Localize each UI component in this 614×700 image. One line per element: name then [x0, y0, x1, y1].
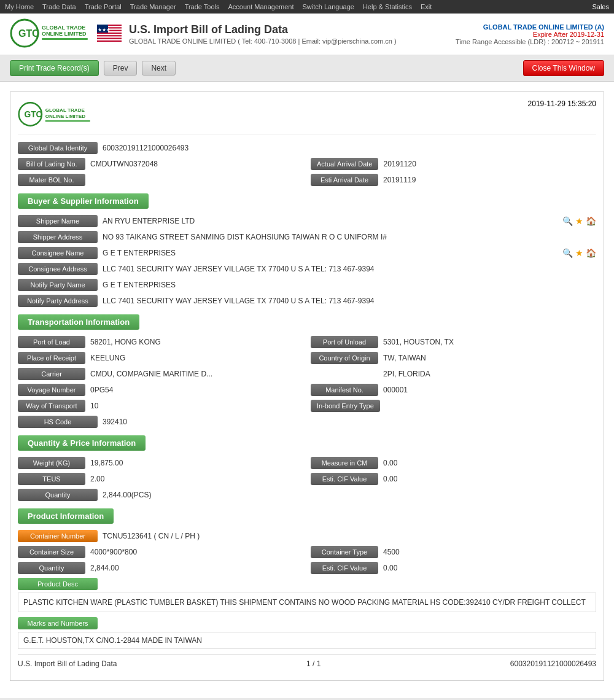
container-qty-label: Quantity — [18, 562, 85, 574]
container-qty-field: Quantity 2,844.00 — [18, 562, 303, 574]
actual-arrival-label: Actual Arrival Date — [311, 158, 378, 170]
teus-value: 2.00 — [90, 473, 303, 484]
nav-help-statistics[interactable]: Help & Statistics — [363, 3, 412, 10]
svg-rect-5 — [42, 38, 88, 40]
container-qty-cif-row: Quantity 2,844.00 Esti. CIF Value 0.00 — [18, 562, 596, 574]
actual-arrival-value: 20191120 — [383, 158, 596, 169]
voyage-value: 0PG54 — [90, 384, 303, 395]
master-bol-label: Mater BOL No. — [18, 174, 85, 186]
close-button-top[interactable]: Close This Window — [523, 60, 604, 76]
container-cif-label: Esti. CIF Value — [311, 562, 378, 574]
voyage-field: Voyage Number 0PG54 — [18, 384, 303, 396]
manifest-label: Manifest No. — [311, 384, 378, 396]
sales-label: Sales — [592, 3, 609, 10]
notify-party-address-row: Notify Party Address LLC 7401 SECURITY W… — [18, 295, 596, 307]
bol-arrival-row: Bill of Lading No. CMDUTWN0372048 Actual… — [18, 158, 596, 170]
transportation-title: Transportation Information — [18, 314, 139, 330]
shipper-name-value: AN RYU ENTERPRISE LTD — [103, 216, 558, 227]
container-cif-value: 0.00 — [383, 562, 596, 574]
next-button-top[interactable]: Next — [142, 61, 176, 76]
way-transport-value: 10 — [90, 400, 303, 411]
container-type-value: 4500 — [383, 546, 596, 558]
svg-text:GTO: GTO — [25, 109, 43, 119]
nav-my-home[interactable]: My Home — [5, 3, 34, 10]
record-date: 2019-11-29 15:35:20 — [528, 99, 596, 108]
svg-text:GLOBAL TRADE: GLOBAL TRADE — [45, 107, 85, 113]
prev-button-top[interactable]: Prev — [104, 61, 138, 76]
nav-trade-data[interactable]: Trade Data — [42, 3, 76, 10]
country-origin-field: Country of Origin TW, TAIWAN — [311, 352, 596, 364]
receipt-origin-row: Place of Receipt KEELUNG Country of Orig… — [18, 352, 596, 364]
shipper-address-label: Shipper Address — [18, 231, 98, 243]
record-footer-text: U.S. Import Bill of Lading Data — [18, 659, 117, 668]
port-unload-field: Port of Unload 5301, HOUSTON, TX — [311, 336, 596, 348]
nav-exit[interactable]: Exit — [421, 3, 432, 10]
weight-measure-row: Weight (KG) 19,875.00 Measure in CM 0.00 — [18, 457, 596, 469]
main-content: GTO GLOBAL TRADE ONLINE LIMITED 2019-11-… — [0, 82, 614, 698]
consignee-star-icon[interactable]: ★ — [575, 248, 583, 258]
svg-rect-19 — [45, 120, 90, 122]
nav-trade-tools[interactable]: Trade Tools — [185, 3, 220, 10]
consignee-name-row: Consignee Name G E T ENTERPRISES 🔍 ★ 🏠 — [18, 247, 596, 259]
transportation-section-header: Transportation Information — [18, 314, 596, 330]
svg-text:GLOBAL TRADE: GLOBAL TRADE — [42, 25, 85, 31]
nav-switch-language[interactable]: Switch Language — [303, 3, 354, 10]
nav-trade-manager[interactable]: Trade Manager — [130, 3, 176, 10]
notify-party-address-value: LLC 7401 SECURITY WAY JERSEY VILLAGE TX … — [103, 295, 596, 306]
consignee-search-icon[interactable]: 🔍 — [562, 248, 573, 258]
buyer-supplier-section-header: Buyer & Supplier Information — [18, 193, 596, 209]
container-qty-value: 2,844.00 — [90, 562, 303, 574]
place-receipt-label: Place of Receipt — [18, 352, 85, 364]
inbond-label: In-bond Entry Type — [311, 400, 380, 412]
global-data-identity-row: Global Data Identity 6003201911210000264… — [18, 142, 596, 154]
quantity-value: 2,844.00(PCS) — [103, 489, 596, 500]
master-bol-value — [90, 179, 303, 181]
nav-trade-portal[interactable]: Trade Portal — [85, 3, 122, 10]
quantity-row: Quantity 2,844.00(PCS) — [18, 489, 596, 501]
hs-code-row: HS Code 392410 — [18, 416, 596, 428]
product-desc-value: PLASTIC KITCHEN WARE (PLASTIC TUMBLER BA… — [18, 593, 596, 612]
quantity-label: Quantity — [18, 489, 98, 501]
nav-account-management[interactable]: Account Management — [228, 3, 294, 10]
actual-arrival-field: Actual Arrival Date 20191120 — [311, 158, 596, 170]
consignee-name-label: Consignee Name — [18, 247, 98, 259]
notify-party-name-row: Notify Party Name G E T ENTERPRISES — [18, 279, 596, 291]
header-title-block: U.S. Import Bill of Lading Data GLOBAL T… — [129, 23, 456, 45]
flag-icon: ★★★ — [97, 25, 122, 44]
place-receipt-value: KEELUNG — [90, 352, 303, 364]
header-right-info: GLOBAL TRADE ONLINE LIMITED (A) Expire A… — [456, 23, 604, 45]
container-size-value: 4000*900*800 — [90, 546, 303, 558]
port-unload-value: 5301, HOUSTON, TX — [383, 336, 596, 348]
shipper-search-icon[interactable]: 🔍 — [562, 216, 573, 226]
shipper-star-icon[interactable]: ★ — [575, 216, 583, 226]
svg-rect-11 — [97, 36, 122, 37]
company-subtitle: GLOBAL TRADE ONLINE LIMITED ( Tel: 400-7… — [129, 37, 456, 45]
measure-field: Measure in CM 0.00 — [311, 457, 596, 469]
place-receipt-field: Place of Receipt KEELUNG — [18, 352, 303, 364]
voyage-label: Voyage Number — [18, 384, 85, 396]
notify-party-name-value: G E T ENTERPRISES — [103, 279, 596, 290]
shipper-home-icon[interactable]: 🏠 — [586, 216, 596, 226]
marks-label: Marks and Numbers — [18, 617, 98, 629]
consignee-home-icon[interactable]: 🏠 — [586, 248, 596, 258]
carrier-location-value: 2PI, FLORIDA — [383, 368, 596, 379]
carrier-location-field: 2PI, FLORIDA — [311, 368, 596, 380]
time-range: Time Range Accessible (LDR) : 200712 ~ 2… — [456, 38, 604, 45]
esti-arrival-field: Esti Arrival Date 20191119 — [311, 174, 596, 186]
bol-no-label: Bill of Lading No. — [18, 158, 85, 170]
way-transport-field: Way of Transport 10 — [18, 400, 303, 412]
esti-cif-field: Esti. CIF Value 0.00 — [311, 473, 596, 485]
company-name: GLOBAL TRADE ONLINE LIMITED (A) — [456, 23, 604, 31]
toolbar-top: Print Trade Record(s) Prev Next Close Th… — [0, 55, 614, 82]
record-footer-id: 600320191121000026493 — [510, 659, 596, 668]
print-button-top[interactable]: Print Trade Record(s) — [10, 60, 99, 76]
shipper-name-label: Shipper Name — [18, 215, 98, 227]
carrier-row: Carrier CMDU, COMPAGNIE MARITIME D... 2P… — [18, 368, 596, 380]
record-footer-page: 1 / 1 — [306, 659, 321, 668]
hs-code-label: HS Code — [18, 416, 98, 428]
country-origin-label: Country of Origin — [311, 352, 378, 364]
svg-text:GTO: GTO — [18, 28, 39, 39]
container-size-label: Container Size — [18, 546, 85, 558]
product-desc-label-row: Product Desc — [18, 578, 596, 590]
esti-cif-value: 0.00 — [383, 473, 596, 484]
